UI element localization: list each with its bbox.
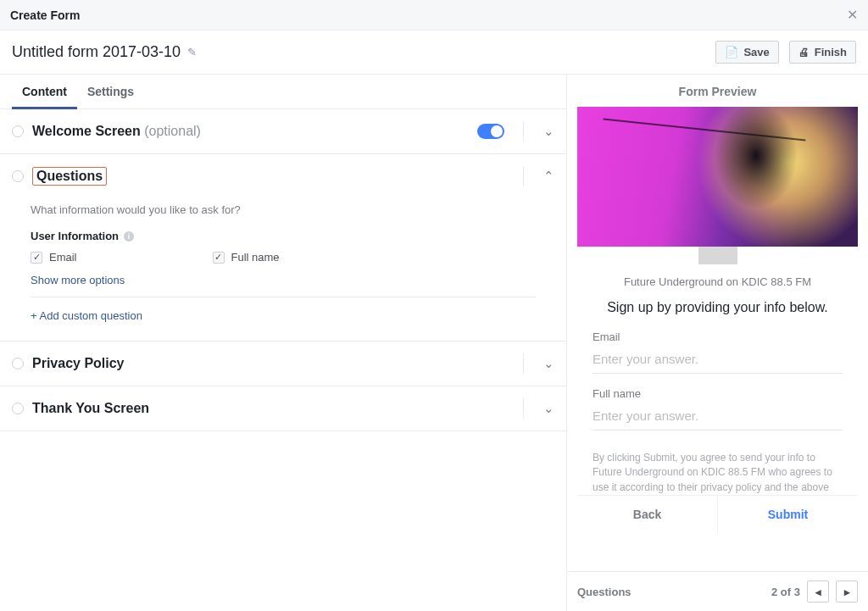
chevron-down-icon[interactable]: ⌄ [542,124,554,139]
user-info-label: User Information [31,230,119,242]
checkbox-full-name-label: Full name [231,251,280,264]
tab-content[interactable]: Content [12,75,77,109]
pager: Questions 2 of 3 ◂ ▸ [567,571,868,611]
info-icon[interactable]: i [124,231,134,242]
close-icon[interactable]: ✕ [847,7,858,23]
finish-button[interactable]: 🖨 Finish [789,41,856,64]
divider [523,353,524,374]
pager-next-button[interactable]: ▸ [836,580,858,603]
finish-label: Finish [815,46,847,58]
preview-hero-image [577,107,858,247]
back-button[interactable]: Back [577,496,718,533]
field-label: Email [593,330,843,343]
chevron-up-icon[interactable]: ⌃ [542,169,554,184]
form-builder-panel: Content Settings Welcome Screen (optiona… [0,75,567,611]
chevron-down-icon[interactable]: ⌄ [542,401,554,416]
field-label: Full name [593,387,843,400]
finish-icon: 🖨 [798,46,810,58]
check-icon: ✓ [31,252,42,264]
check-icon: ✓ [213,252,225,264]
pager-prev-button[interactable]: ◂ [807,580,829,603]
questions-body: What information would you like to ask f… [0,198,566,342]
save-icon: 📄 [725,46,738,58]
submit-button[interactable]: Submit [718,496,858,533]
questions-title-text: Questions [36,169,103,183]
preview-field-email: Email Enter your answer. [577,330,858,387]
divider [523,121,524,142]
modal-header: Create Form ✕ [0,0,868,31]
show-more-options-link[interactable]: Show more options [31,274,536,286]
section-questions[interactable]: Questions ⌃ [0,153,566,198]
section-welcome-screen[interactable]: Welcome Screen (optional) ⌄ [0,108,566,154]
modal-title: Create Form [10,8,80,22]
privacy-title-text: Privacy Policy [32,356,125,371]
welcome-toggle[interactable] [477,124,504,139]
edit-title-icon[interactable]: ✎ [187,46,197,58]
preview-brand: Future Underground on KDIC 88.5 FM [577,275,858,288]
preview-disclaimer: By clicking Submit, you agree to send yo… [577,444,858,495]
checkbox-full-name[interactable]: ✓ Full name [213,251,280,264]
tab-settings[interactable]: Settings [77,75,144,109]
chevron-down-icon[interactable]: ⌄ [542,356,554,371]
questions-highlight: Questions [32,167,107,186]
preview-field-name: Full name Enter your answer. [577,387,858,444]
divider [523,166,524,186]
save-button[interactable]: 📄 Save [715,41,778,64]
save-label: Save [743,46,769,58]
preview-label: Form Preview [567,75,868,107]
radio-icon [12,170,24,182]
checkbox-email[interactable]: ✓ Email [31,251,77,264]
divider [31,297,536,297]
welcome-title-text: Welcome Screen [32,124,141,138]
preview-panel: Form Preview Future Underground on KDIC … [567,75,868,611]
user-info-heading: User Information i [31,230,536,242]
pager-page-of: 2 of 3 [771,586,800,598]
optional-label: (optional) [144,124,201,138]
form-name: Untitled form 2017-03-10 [12,43,181,61]
thankyou-title-text: Thank You Screen [32,401,149,416]
preview-frame: Future Underground on KDIC 88.5 FM Sign … [577,107,858,571]
section-privacy-policy[interactable]: Privacy Policy ⌄ [0,341,566,386]
preview-buttons: Back Submit [577,495,858,533]
radio-icon [12,125,24,137]
tabs: Content Settings [0,75,566,109]
name-input[interactable]: Enter your answer. [593,405,843,430]
section-thank-you[interactable]: Thank You Screen ⌄ [0,386,566,431]
radio-icon [12,358,24,369]
add-custom-question-link[interactable]: + Add custom question [31,309,536,322]
email-input[interactable]: Enter your answer. [593,348,843,374]
radio-icon [12,403,24,414]
pager-section-label: Questions [577,586,632,598]
divider [523,398,524,419]
form-title-bar: Untitled form 2017-03-10 ✎ 📄 Save 🖨 Fini… [0,31,868,75]
checkbox-email-label: Email [49,251,77,264]
preview-headline: Sign up by providing your info below. [589,300,846,315]
questions-prompt: What information would you like to ask f… [31,203,536,216]
section-title: Welcome Screen (optional) [32,124,201,139]
